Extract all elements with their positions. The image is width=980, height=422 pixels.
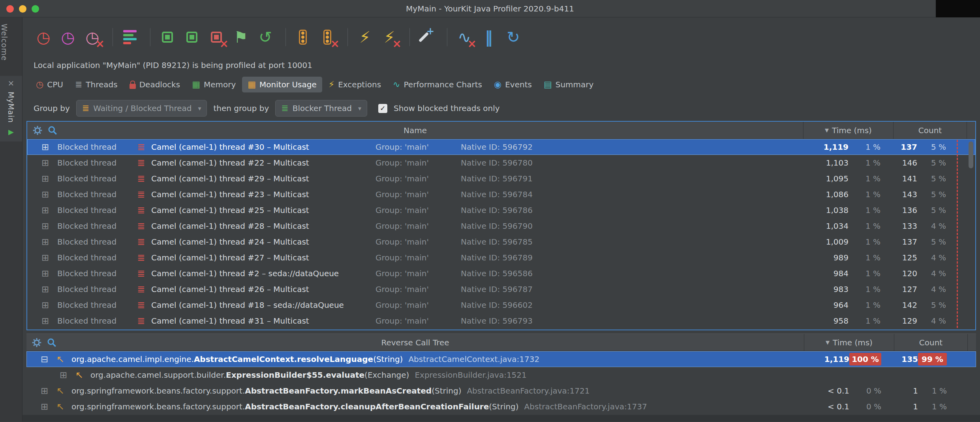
- table-row[interactable]: ⊞Blocked thread≣Camel (camel-1) thread #…: [27, 202, 975, 218]
- start-monitor-profiling-icon[interactable]: [292, 26, 314, 48]
- tab-monitor-usage[interactable]: ▦Monitor Usage: [242, 77, 322, 92]
- tab-threads[interactable]: ≣Threads: [69, 77, 123, 92]
- call-tree-row[interactable]: ⊞ ↖ org.apache.camel.support.builder.Exp…: [26, 367, 976, 383]
- vertical-scrollbar-thumb[interactable]: [969, 141, 973, 168]
- thread-icon: ≣: [137, 252, 151, 263]
- mark-generation-flag-icon[interactable]: ⚑: [230, 26, 252, 48]
- show-blocked-threads-label[interactable]: Show blocked threads only: [394, 104, 500, 113]
- pause-icon[interactable]: ‖: [478, 26, 499, 48]
- expand-icon[interactable]: ⊞: [41, 386, 56, 396]
- expand-icon[interactable]: ⊞: [41, 268, 57, 279]
- expand-icon[interactable]: ⊞: [41, 205, 57, 215]
- column-header-name[interactable]: Name: [27, 122, 803, 139]
- toolbar-separator: [113, 28, 113, 46]
- expand-icon[interactable]: ⊞: [41, 142, 57, 152]
- expand-icon[interactable]: ⊞: [41, 300, 57, 310]
- method-args: (String): [489, 402, 518, 411]
- tab-summary[interactable]: ▤Summary: [538, 77, 599, 92]
- gear-icon[interactable]: [33, 126, 42, 135]
- sidebar-item-welcome[interactable]: Welcome: [0, 24, 22, 61]
- expand-icon[interactable]: ⊞: [41, 316, 57, 326]
- table-row[interactable]: ⊞Blocked thread≣Camel (camel-1) thread #…: [27, 234, 975, 250]
- tab-events[interactable]: ◉Events: [488, 77, 537, 92]
- minimize-window-button[interactable]: [19, 5, 26, 13]
- column-header-time[interactable]: ▼Time (ms): [803, 122, 893, 139]
- call-tree-row[interactable]: ⊞ ↖ org.springframework.beans.factory.su…: [26, 383, 976, 399]
- toolbar-separator: [150, 28, 150, 46]
- call-tree-row[interactable]: ⊟ ↖ org.apache.camel.impl.engine.Abstrac…: [26, 351, 976, 367]
- thread-icon: ≣: [137, 141, 151, 153]
- inspections-wand-icon[interactable]: [416, 26, 437, 48]
- table-row[interactable]: ⊞Blocked thread≣Camel (camel-1) thread #…: [27, 171, 975, 187]
- start-cpu-tracing-icon[interactable]: ◷: [57, 26, 79, 48]
- column-header-time[interactable]: ▼Time (ms): [804, 334, 894, 351]
- search-icon[interactable]: [47, 338, 56, 347]
- then-group-by-label: then group by: [213, 104, 269, 113]
- expand-icon[interactable]: ⊞: [41, 401, 56, 412]
- count-percent: 5 %: [917, 237, 946, 247]
- time-percent: 1 %: [849, 174, 880, 183]
- zoom-window-button[interactable]: [32, 5, 39, 13]
- scrollbar-gutter: [967, 334, 976, 351]
- chevron-down-icon: ▾: [358, 105, 361, 112]
- allocation-snapshot-icon[interactable]: [181, 26, 203, 48]
- stop-exception-recording-icon[interactable]: ⚡×: [379, 26, 400, 48]
- tab-cpu[interactable]: ◷CPU: [30, 77, 69, 92]
- gear-icon[interactable]: [32, 338, 41, 347]
- close-tab-icon[interactable]: ×: [8, 79, 15, 87]
- table-row[interactable]: ⊞Blocked thread≣Camel (camel-1) thread #…: [27, 266, 975, 281]
- reverse-call-tree-title[interactable]: Reverse Call Tree: [26, 334, 804, 351]
- expand-icon[interactable]: ⊞: [41, 284, 57, 294]
- table-row[interactable]: ⊞Blocked thread≣Camel (camel-1) thread #…: [27, 218, 975, 234]
- tab-deadlocks[interactable]: Deadlocks: [124, 77, 186, 92]
- threads-icon: ≣: [75, 80, 82, 89]
- expand-icon[interactable]: ⊞: [60, 370, 75, 380]
- count-percent: 5 %: [917, 174, 946, 183]
- tab-memory[interactable]: ▦Memory: [186, 77, 241, 92]
- refresh-icon[interactable]: ↻: [503, 26, 524, 48]
- thread-icon: ≣: [137, 220, 151, 232]
- source-location: ExpressionBuilder.java:1521: [415, 370, 526, 380]
- refresh-glyph: ↻: [507, 29, 520, 45]
- tab-label: CPU: [47, 80, 63, 89]
- table-row[interactable]: ⊞Blocked thread≣Camel (camel-1) thread #…: [27, 187, 975, 202]
- then-group-by-dropdown[interactable]: ≣ Blocker Thread ▾: [275, 100, 367, 117]
- stop-monitor-profiling-icon[interactable]: ×: [317, 26, 338, 48]
- tab-performance-charts[interactable]: ∿Performance Charts: [387, 77, 488, 92]
- table-row[interactable]: ⊞Blocked thread≣Camel (camel-1) thread #…: [27, 313, 975, 329]
- collapse-icon[interactable]: ⊟: [41, 354, 56, 364]
- close-window-button[interactable]: [6, 5, 14, 13]
- group-by-dropdown[interactable]: ≣ Waiting / Blocked Thread ▾: [76, 100, 207, 117]
- table-row[interactable]: ⊞Blocked thread≣Camel (camel-1) thread #…: [27, 281, 975, 297]
- start-allocation-recording-icon[interactable]: [157, 26, 178, 48]
- expand-icon[interactable]: ⊞: [41, 237, 57, 247]
- table-row[interactable]: ⊞Blocked thread≣Camel (camel-1) thread #…: [27, 297, 975, 313]
- expand-icon[interactable]: ⊞: [41, 158, 57, 168]
- threads-telemetry-icon[interactable]: [119, 26, 141, 48]
- expand-icon[interactable]: ⊞: [41, 252, 57, 263]
- search-icon[interactable]: [48, 126, 57, 135]
- column-header-count[interactable]: Count: [893, 122, 967, 139]
- toolbar-separator: [447, 28, 447, 46]
- show-blocked-threads-checkbox[interactable]: ✓: [378, 104, 387, 113]
- count-value: 136: [880, 205, 917, 215]
- expand-icon[interactable]: ⊞: [41, 189, 57, 200]
- sidebar-item-mymain[interactable]: × MyMain ▶: [0, 76, 22, 141]
- call-tree-row[interactable]: ⊞ ↖ org.springframework.beans.factory.su…: [26, 399, 976, 414]
- telemetry-pulse-icon[interactable]: ∿×: [454, 26, 475, 48]
- table-row[interactable]: ⊞Blocked thread≣Camel (camel-1) thread #…: [27, 250, 975, 266]
- time-percent: 1 %: [849, 142, 880, 152]
- force-gc-icon[interactable]: ↺: [255, 26, 276, 48]
- start-cpu-sampling-icon[interactable]: ◷: [33, 26, 54, 48]
- count-percent: 4 %: [917, 253, 946, 262]
- stop-cpu-profiling-icon[interactable]: ◷×: [82, 26, 103, 48]
- table-row[interactable]: ⊞Blocked thread≣Camel (camel-1) thread #…: [27, 139, 975, 155]
- tab-exceptions[interactable]: ⚡Exceptions: [323, 77, 387, 92]
- expand-icon[interactable]: ⊞: [41, 173, 57, 184]
- expand-icon[interactable]: ⊞: [41, 221, 57, 231]
- stop-allocation-recording-icon[interactable]: ×: [206, 26, 227, 48]
- column-header-count[interactable]: Count: [894, 334, 967, 351]
- table-row[interactable]: ⊞Blocked thread≣Camel (camel-1) thread #…: [27, 155, 975, 171]
- thread-icon: ≣: [137, 205, 151, 216]
- start-exception-recording-icon[interactable]: ⚡: [354, 26, 375, 48]
